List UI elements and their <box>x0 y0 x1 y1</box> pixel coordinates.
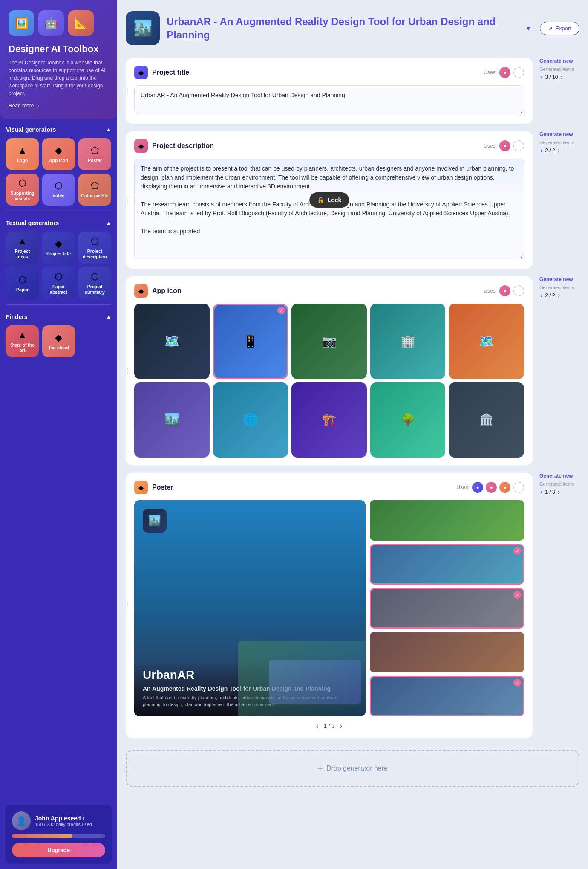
lock-modal[interactable]: 🔒 Lock <box>309 192 349 208</box>
poster-thumb-3[interactable]: ✓ <box>370 588 524 629</box>
project-description-side: Generate new Generated items ‹ 2 / 2 › <box>533 131 579 154</box>
tool-logo[interactable]: ▲ Logo <box>6 138 39 170</box>
tool-poster-label: Poster <box>88 158 102 163</box>
project-desc-prev[interactable]: ‹ <box>539 147 543 154</box>
poster-thumb-1[interactable] <box>370 500 524 541</box>
tool-color-palette[interactable]: ⬠ Color palette <box>78 174 111 206</box>
app-icon-1[interactable]: 🗺️ <box>134 304 210 379</box>
poster-card-icon: ◆ <box>134 481 148 494</box>
tool-project-summary[interactable]: ⬡ Project summary <box>78 267 111 299</box>
poster-generate-btn[interactable]: Generate new <box>539 473 573 479</box>
poster-side-next[interactable]: › <box>557 488 561 496</box>
drop-zone[interactable]: + Drop generator here <box>126 750 579 787</box>
project-desc-uses: Uses: ● <box>484 140 524 151</box>
app-icon-5[interactable]: 🗺️ <box>449 304 524 379</box>
app-icon-9[interactable]: 🌳 <box>370 382 446 458</box>
avatar: 👤 <box>12 811 31 830</box>
upgrade-button[interactable]: Upgrade <box>12 843 105 857</box>
app-icon-prev[interactable]: ‹ <box>539 292 543 299</box>
video-icon: ⬡ <box>55 181 63 191</box>
app-icon-8[interactable]: 🏗️ <box>291 382 367 458</box>
project-title-title-row: ◆ Project title <box>134 66 189 79</box>
visual-generators-label: Visual generators <box>6 126 56 133</box>
project-title-card-icon: ◆ <box>134 66 148 79</box>
project-desc-next[interactable]: › <box>557 147 561 154</box>
project-title-generate-btn[interactable]: Generate new <box>539 58 573 64</box>
app-icon-6[interactable]: 🏙️ <box>134 382 210 458</box>
app-icon-4[interactable]: 🏢 <box>370 304 446 379</box>
textual-generators-chevron[interactable]: ▲ <box>106 220 111 226</box>
tool-logo-label: Logo <box>17 158 28 163</box>
export-button[interactable]: ↗ Export <box>540 22 579 35</box>
poster-page: 1 / 3 <box>324 723 334 729</box>
poster-side: Generate new Generated items ‹ 1 / 3 › <box>533 473 579 496</box>
finders-label: Finders <box>6 313 28 320</box>
tool-paper-label: Paper <box>16 287 29 293</box>
use-dot-poster-4 <box>513 482 524 493</box>
finders-chevron[interactable]: ▲ <box>106 314 111 320</box>
visual-generators-grid: ▲ Logo ◆ App icon ⬠ Poster ⬡ Supporting … <box>6 138 111 206</box>
tool-paper-abstract[interactable]: ⬡ Paper abstract <box>42 267 75 299</box>
tool-color-palette-label: Color palette <box>81 193 108 199</box>
poster-thumb-5[interactable]: ✓ <box>370 676 524 716</box>
poster-thumbnails: ✓ ✓ ✓ <box>370 500 524 716</box>
tool-video[interactable]: ⬡ Video <box>42 174 75 206</box>
app-icon-title-row: ◆ App icon <box>134 284 181 298</box>
poster-card-wrapper: ⋮⋮ ◆ Poster Uses: ● ● ● 🏙️ Ur <box>126 473 579 738</box>
sidebar-icon-3: 📐 <box>68 10 94 36</box>
user-row: 👤 John Appleseed › 150 / 230 daily credi… <box>12 811 105 830</box>
main-content: 🏙️ UrbanAR - An Augmented Reality Design… <box>117 0 588 869</box>
project-title-next[interactable]: › <box>559 73 563 81</box>
poster-icon: ⬠ <box>91 146 99 155</box>
project-title-prev[interactable]: ‹ <box>539 73 543 81</box>
ai-placeholder-1: 🗺️ <box>134 304 210 379</box>
tool-project-description[interactable]: ⬠ Project description <box>78 232 111 264</box>
app-icon-generate-btn[interactable]: Generate new <box>539 276 573 282</box>
drag-handle-title[interactable]: ⋮⋮ <box>124 87 138 95</box>
tool-project-title[interactable]: ◆ Project title <box>42 232 75 264</box>
drop-zone-label: Drop generator here <box>326 765 388 772</box>
ai-placeholder-2: 📱 <box>214 305 287 378</box>
tool-state-of-art[interactable]: ▲ State of the art <box>6 325 39 357</box>
sidebar-icon-2: 🤖 <box>38 10 64 36</box>
app-icon-2[interactable]: 📱 ✓ <box>213 304 288 379</box>
project-desc-icon: ⬠ <box>91 237 99 246</box>
poster-side-prev[interactable]: ‹ <box>539 488 543 496</box>
use-dot-2 <box>513 67 524 78</box>
app-icon-next[interactable]: › <box>557 292 561 299</box>
tool-project-ideas[interactable]: ▲ Project ideas <box>6 232 39 264</box>
tool-app-icon[interactable]: ◆ App icon <box>42 138 75 170</box>
use-dot-1: ● <box>499 67 510 78</box>
project-title-input[interactable]: UrbanAR - An Augmented Reality Design To… <box>134 85 524 114</box>
finders-section: Finders ▲ ▲ State of the art ◆ Tag cloud <box>0 307 117 361</box>
app-icon-3[interactable]: 📷 <box>291 304 367 379</box>
tool-project-ideas-label: Project ideas <box>9 249 36 259</box>
project-title-page: 3 / 10 <box>545 74 558 80</box>
visual-generators-chevron[interactable]: ▲ <box>106 127 111 133</box>
app-icon-heading: App icon <box>152 287 181 295</box>
project-title-uses: Uses: ● <box>484 67 524 78</box>
drag-handle-desc[interactable]: ⋮⋮ <box>124 196 138 204</box>
project-description-generate-btn[interactable]: Generate new <box>539 131 573 137</box>
tool-supporting-visuals[interactable]: ⬡ Supporting visuals <box>6 174 39 206</box>
project-description-input[interactable]: The aim of the project is to present a t… <box>134 159 524 259</box>
app-icon-side: Generate new Generated items ‹ 2 / 2 › <box>533 276 579 299</box>
app-icon-7[interactable]: 🌐 <box>213 382 288 458</box>
app-icon-10[interactable]: 🏛️ <box>449 382 524 458</box>
tool-paper[interactable]: ⬡ Paper <box>6 267 39 299</box>
chevron-down-icon[interactable]: ▾ <box>521 21 536 35</box>
tool-tag-cloud[interactable]: ◆ Tag cloud <box>42 325 75 357</box>
sidebar-title: Designer AI Toolbox <box>9 43 109 55</box>
poster-prev[interactable]: ‹ <box>316 721 319 730</box>
poster-thumb-2[interactable]: ✓ <box>370 544 524 585</box>
project-main-title: UrbanAR - An Augmented Reality Design To… <box>167 15 514 41</box>
read-more-link[interactable]: Read more → <box>9 103 40 109</box>
visual-generators-header: Visual generators ▲ <box>6 126 111 133</box>
poster-thumb-4[interactable] <box>370 632 524 672</box>
poster-uses: Uses: ● ● ● <box>456 482 524 493</box>
tool-state-of-art-label: State of the art <box>9 342 36 353</box>
tool-poster[interactable]: ⬠ Poster <box>78 138 111 170</box>
poster-next[interactable]: › <box>340 721 342 730</box>
user-name[interactable]: John Appleseed › <box>35 815 92 822</box>
poster-main-image[interactable]: 🏙️ UrbanAR An Augmented Reality Design T… <box>134 500 366 716</box>
